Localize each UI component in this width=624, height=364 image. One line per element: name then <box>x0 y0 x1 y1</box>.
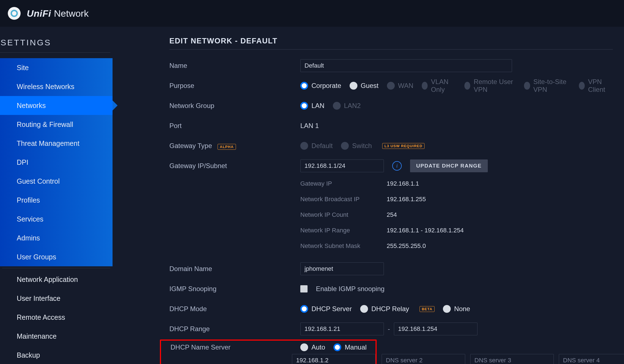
info-icon[interactable]: i <box>392 161 402 171</box>
dhcp-mode-relay[interactable]: DHCP Relay BETA <box>360 305 435 313</box>
purpose-options: Corporate Guest WAN VLAN Only Remote Use… <box>300 78 613 94</box>
ip-range-label: Network IP Range <box>300 227 387 234</box>
sidebar-item-user-groups[interactable]: User Groups <box>0 247 113 266</box>
purpose-vlan-only: VLAN Only <box>422 78 456 94</box>
sidebar-group-1: Site Wireless Networks Networks Routing … <box>0 58 113 266</box>
sidebar-item-dpi[interactable]: DPI <box>0 153 113 172</box>
purpose-label: Purpose <box>169 82 300 90</box>
brand: UniFi Network <box>27 8 89 19</box>
sidebar-item-services[interactable]: Services <box>0 210 113 228</box>
brand-unifi: UniFi <box>27 8 51 19</box>
sidebar-item-threat-management[interactable]: Threat Management <box>0 134 113 153</box>
igmp-label: IGMP Snooping <box>169 285 300 293</box>
dhcp-ns-manual[interactable]: Manual <box>333 343 367 351</box>
sidebar-item-networks[interactable]: Networks <box>0 96 113 115</box>
name-input[interactable] <box>300 59 512 72</box>
purpose-remote-user-vpn: Remote User VPN <box>464 78 516 94</box>
purpose-corporate[interactable]: Corporate <box>300 82 341 90</box>
sidebar-item-network-application[interactable]: Network Application <box>0 270 113 289</box>
update-dhcp-range-button[interactable]: UPDATE DHCP RANGE <box>410 159 488 172</box>
sidebar-item-profiles[interactable]: Profiles <box>0 191 113 210</box>
dhcp-name-server-highlight: DHCP Name Server Auto Manual <box>160 340 377 364</box>
sidebar-item-guest-control[interactable]: Guest Control <box>0 172 113 191</box>
ip-range-value: 192.168.1.1 - 192.168.1.254 <box>387 227 464 234</box>
ip-count-label: Network IP Count <box>300 211 387 218</box>
domain-name-label: Domain Name <box>169 265 300 273</box>
sidebar-item-remote-access[interactable]: Remote Access <box>0 308 113 327</box>
dhcp-mode-none[interactable]: None <box>443 305 470 313</box>
dns-server-2-input[interactable] <box>382 354 465 364</box>
dns-server-4-input[interactable] <box>559 354 624 364</box>
topbar: UniFi Network <box>0 0 624 27</box>
port-label: Port <box>169 122 300 130</box>
gateway-ip-subnet-label: Gateway IP/Subnet <box>169 162 300 170</box>
dns-server-1-input[interactable] <box>292 354 376 364</box>
broadcast-ip-label: Network Broadcast IP <box>300 196 387 203</box>
name-label: Name <box>169 62 300 70</box>
gateway-type-label: Gateway Type ALPHA <box>169 142 300 150</box>
sidebar-item-wireless-networks[interactable]: Wireless Networks <box>0 77 113 96</box>
broadcast-ip-value: 192.168.1.255 <box>387 196 426 203</box>
network-group-lan[interactable]: LAN <box>300 102 325 110</box>
dhcp-ns-auto[interactable]: Auto <box>300 343 325 351</box>
sidebar-item-backup[interactable]: Backup <box>0 346 113 364</box>
dhcp-range-label: DHCP Range <box>169 325 300 333</box>
purpose-site-to-site-vpn: Site-to-Site VPN <box>524 78 571 94</box>
app-logo <box>8 7 21 20</box>
page-title: EDIT NETWORK - DEFAULT <box>169 37 613 50</box>
gateway-ip-value: 192.168.1.1 <box>387 180 419 187</box>
l3-usw-badge: L3 USW REQUIRED <box>382 143 425 149</box>
sidebar-group-2: Network Application User Interface Remot… <box>0 270 113 364</box>
alpha-badge: ALPHA <box>218 144 236 150</box>
sidebar-item-admins[interactable]: Admins <box>0 228 113 247</box>
gateway-ip-subnet-input[interactable] <box>300 159 384 172</box>
network-group-label: Network Group <box>169 102 300 110</box>
sidebar: SETTINGS Site Wireless Networks Networks… <box>0 27 113 364</box>
sidebar-item-maintenance[interactable]: Maintenance <box>0 327 113 346</box>
content: EDIT NETWORK - DEFAULT Name Purpose Corp… <box>113 27 624 364</box>
subnet-mask-value: 255.255.255.0 <box>387 242 426 250</box>
dhcp-range-start-input[interactable] <box>300 323 384 335</box>
sidebar-title: SETTINGS <box>0 38 110 53</box>
sidebar-separator <box>2 268 110 268</box>
dns-server-3-input[interactable] <box>470 354 554 364</box>
port-value: LAN 1 <box>300 122 319 130</box>
purpose-wan: WAN <box>387 82 413 90</box>
dhcp-range-end-input[interactable] <box>394 323 477 335</box>
purpose-guest[interactable]: Guest <box>350 82 379 90</box>
dhcp-name-server-label: DHCP Name Server <box>170 343 292 351</box>
gateway-info-block: Gateway IP192.168.1.1 Network Broadcast … <box>169 176 613 254</box>
brand-network: Network <box>54 8 89 19</box>
subnet-mask-label: Network Subnet Mask <box>300 242 387 250</box>
purpose-vpn-client: VPN Client <box>579 78 613 94</box>
network-group-lan2: LAN2 <box>333 102 361 110</box>
sidebar-item-routing-firewall[interactable]: Routing & Firewall <box>0 115 113 134</box>
sidebar-item-site[interactable]: Site <box>0 58 113 77</box>
dhcp-mode-label: DHCP Mode <box>169 305 300 313</box>
ip-count-value: 254 <box>387 211 397 218</box>
igmp-checkbox[interactable] <box>300 285 308 292</box>
dash: - <box>386 325 392 333</box>
sidebar-item-user-interface[interactable]: User Interface <box>0 289 113 308</box>
beta-badge: BETA <box>420 306 435 312</box>
gateway-type-default: Default <box>300 142 333 150</box>
domain-name-input[interactable] <box>300 262 384 275</box>
gateway-ip-label: Gateway IP <box>300 180 387 187</box>
dhcp-mode-server[interactable]: DHCP Server <box>300 305 352 313</box>
igmp-text: Enable IGMP snooping <box>316 285 384 293</box>
gateway-type-switch: Switch L3 USW REQUIRED <box>341 142 425 150</box>
